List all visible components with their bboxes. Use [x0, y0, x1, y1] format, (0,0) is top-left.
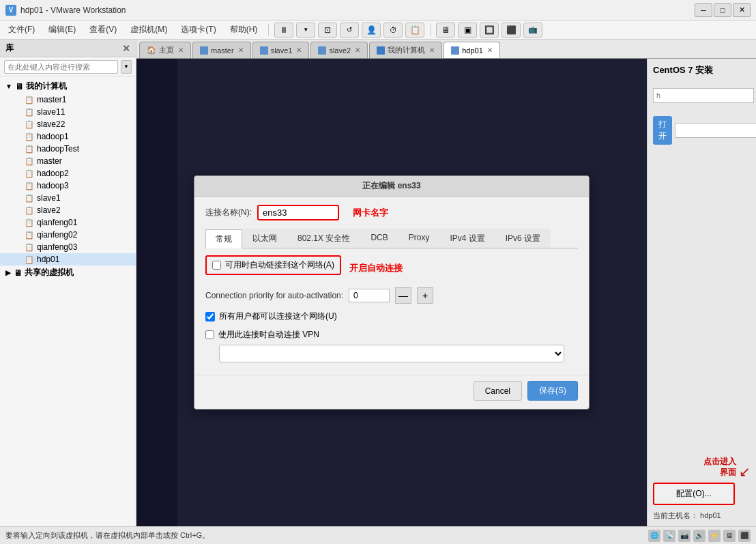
- screen-btn2[interactable]: ▣: [458, 23, 477, 38]
- snapshot-btn[interactable]: ↺: [340, 23, 359, 38]
- modal-tab-dcb[interactable]: DCB: [360, 229, 398, 248]
- right-panel-title: CentOS 7 安装: [653, 64, 751, 76]
- sidebar-item-master[interactable]: 📋 master: [0, 155, 136, 167]
- tab-home-close[interactable]: ✕: [178, 46, 184, 54]
- search-input[interactable]: [4, 60, 118, 74]
- priority-input[interactable]: [349, 289, 390, 302]
- vpn-checkbox[interactable]: [205, 330, 214, 339]
- menu-edit[interactable]: 编辑(E): [43, 22, 81, 38]
- cancel-button[interactable]: Cancel: [474, 381, 522, 401]
- tab-mycomputer-close[interactable]: ✕: [429, 46, 435, 54]
- vpn-select[interactable]: [219, 345, 564, 362]
- sidebar-item-label: master: [37, 156, 62, 166]
- sidebar-close-button[interactable]: ✕: [122, 43, 130, 54]
- sidebar-item-shared-vms[interactable]: ▶ 🖥 共享的虚拟机: [0, 266, 136, 280]
- screen-btn4[interactable]: ⬛: [501, 23, 521, 38]
- user-btn[interactable]: 👤: [362, 23, 381, 38]
- modal-tab-bar: 常规 以太网 802.1X 安全性 DCB: [205, 229, 578, 248]
- sidebar-item-slave1[interactable]: 📋 slave1: [0, 192, 136, 204]
- sidebar-item-label: hadoop1: [37, 132, 69, 141]
- vm-tab-icon-hdp01: [451, 46, 459, 55]
- sidebar-item-hdp01[interactable]: 📋 hdp01: [0, 253, 136, 266]
- sidebar-item-label: slave2: [37, 205, 61, 215]
- menu-separator: [268, 24, 269, 36]
- send-ctrl-alt-del[interactable]: ⊡: [318, 23, 337, 38]
- tab-slave1[interactable]: slave1 ✕: [252, 42, 310, 58]
- minimize-button[interactable]: ─: [695, 3, 712, 17]
- modal-tab-ipv4[interactable]: IPv4 设置: [439, 229, 495, 248]
- screen-btn5[interactable]: 📺: [523, 23, 542, 38]
- sidebar-item-qianfeng02[interactable]: 📋 qianfeng02: [0, 229, 136, 241]
- sidebar-item-label: qianfeng03: [37, 242, 77, 252]
- save-button[interactable]: 保存(S): [527, 381, 578, 401]
- vm-screen[interactable]: 正在编辑 ens33 连接名称(N): 网卡名字: [136, 59, 647, 526]
- all-users-checkbox[interactable]: [205, 312, 215, 321]
- close-button[interactable]: ✕: [733, 3, 751, 17]
- sidebar-item-slave2[interactable]: 📋 slave2: [0, 204, 136, 216]
- tab-hdp01-close[interactable]: ✕: [487, 46, 493, 54]
- status-text: 要将输入定向到该虚拟机，请在虚拟机内部单击或按 Ctrl+G。: [5, 530, 209, 541]
- search-field[interactable]: [653, 88, 754, 103]
- sidebar-item-label: slave1: [37, 193, 61, 203]
- tab-my-computer[interactable]: 我的计算机 ✕: [369, 42, 442, 58]
- clock-btn[interactable]: ⏱: [383, 23, 403, 38]
- tab-slave2-close[interactable]: ✕: [355, 46, 360, 54]
- search-dropdown-button[interactable]: ▼: [121, 60, 132, 74]
- sidebar-item-label: hadoopTest: [37, 144, 79, 154]
- maximize-button[interactable]: □: [714, 3, 731, 17]
- vm-icon: 📋: [25, 218, 34, 227]
- pause-button[interactable]: ⏸: [274, 23, 293, 38]
- sidebar-item-hadoop1[interactable]: 📋 hadoop1: [0, 130, 136, 143]
- toolbar-dropdown[interactable]: ▼: [296, 23, 315, 38]
- power-icon[interactable]: ⚡: [708, 530, 721, 542]
- tab-master[interactable]: master ✕: [192, 42, 251, 58]
- config-button[interactable]: 配置(O)...: [653, 483, 735, 505]
- vpn-row: 使用此连接时自动连接 VPN: [205, 329, 578, 341]
- camera-icon[interactable]: 📷: [678, 530, 690, 542]
- wifi-icon[interactable]: 📡: [663, 530, 675, 542]
- modal-tab-ipv6[interactable]: IPv6 设置: [495, 229, 551, 248]
- sidebar-item-master1[interactable]: 📋 master1: [0, 94, 136, 106]
- connection-name-input[interactable]: [257, 205, 339, 220]
- screen-btn3[interactable]: 🔲: [480, 23, 499, 38]
- sidebar-item-slave22[interactable]: 📋 slave22: [0, 118, 136, 130]
- menu-vm[interactable]: 虚拟机(M): [125, 22, 173, 38]
- tab-slave2[interactable]: slave2 ✕: [310, 42, 368, 58]
- screen-btn1[interactable]: 🖥: [436, 23, 455, 38]
- tab-home[interactable]: 🏠 主页 ✕: [139, 42, 191, 58]
- priority-plus-button[interactable]: +: [417, 287, 433, 304]
- menu-tabs[interactable]: 选项卡(T): [175, 22, 221, 38]
- sidebar-item-hadoop2[interactable]: 📋 hadoop2: [0, 167, 136, 180]
- display-icon[interactable]: 🖥: [723, 530, 736, 542]
- open-field[interactable]: [675, 123, 756, 138]
- sidebar-item-qianfeng03[interactable]: 📋 qianfeng03: [0, 241, 136, 253]
- audio-icon[interactable]: 🔊: [693, 530, 706, 542]
- modal-tab-general[interactable]: 常规: [205, 229, 242, 248]
- vm-status-icon[interactable]: ⬛: [738, 530, 751, 542]
- menu-view[interactable]: 查看(V): [84, 22, 122, 38]
- tab-master-close[interactable]: ✕: [238, 46, 244, 54]
- auto-connect-section: 可用时自动链接到这个网络(A) 开启自动连接: [205, 255, 578, 281]
- hostname-row: 当前主机名： hdp01: [653, 511, 751, 521]
- menu-help[interactable]: 帮助(H): [224, 22, 263, 38]
- modal-tab-proxy[interactable]: Proxy: [398, 229, 440, 248]
- tab-hdp01[interactable]: hdp01 ✕: [444, 42, 500, 58]
- open-button[interactable]: 打开: [653, 116, 672, 145]
- modal-tab-ethernet[interactable]: 以太网: [242, 229, 287, 248]
- auto-connect-checkbox[interactable]: [212, 261, 221, 270]
- menu-file[interactable]: 文件(F): [3, 22, 40, 38]
- sidebar-item-my-computer[interactable]: ▼ 🖥 我的计算机: [0, 79, 136, 94]
- sidebar-item-hadooptest[interactable]: 📋 hadoopTest: [0, 143, 136, 155]
- network-icon[interactable]: 🌐: [648, 530, 660, 542]
- vm-tab-icon-slave1: [260, 46, 268, 55]
- modal-title-text: 正在编辑 ens33: [203, 180, 581, 192]
- sidebar-item-slave11[interactable]: 📋 slave11: [0, 106, 136, 118]
- sidebar-item-qianfeng01[interactable]: 📋 qianfeng01: [0, 216, 136, 229]
- copy-btn[interactable]: 📋: [405, 23, 424, 38]
- sidebar-item-label: hadoop2: [37, 169, 69, 178]
- sidebar-item-hadoop3[interactable]: 📋 hadoop3: [0, 180, 136, 192]
- vm-icon: 📋: [25, 108, 34, 117]
- priority-minus-button[interactable]: —: [395, 287, 411, 304]
- tab-slave1-close[interactable]: ✕: [296, 46, 302, 54]
- modal-tab-8021x[interactable]: 802.1X 安全性: [287, 229, 360, 248]
